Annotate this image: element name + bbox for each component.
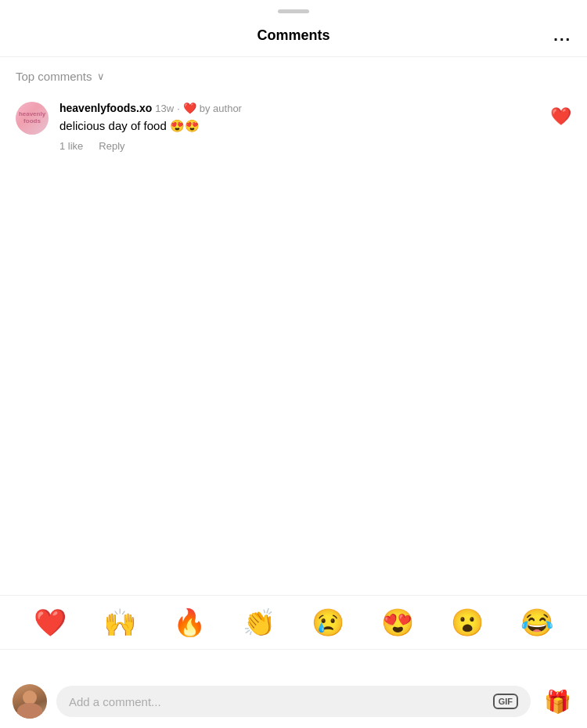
- user-avatar-image: [13, 684, 47, 719]
- gift-button[interactable]: 🎁: [540, 684, 574, 719]
- more-options-button[interactable]: ...: [553, 27, 571, 45]
- comment-separator: ·: [177, 103, 180, 114]
- comment-meta: heavenlyfoods.xo 13w · ❤️ by author: [59, 102, 571, 114]
- header: Comments ...: [0, 20, 587, 57]
- top-comments-label: Top comments: [16, 70, 92, 83]
- comment-item: heavenlyfoods heavenlyfoods.xo 13w · ❤️ …: [16, 96, 571, 158]
- comments-list: heavenlyfoods heavenlyfoods.xo 13w · ❤️ …: [0, 96, 587, 158]
- by-author-label: by author: [200, 103, 242, 114]
- modal-handle: [278, 9, 309, 13]
- comment-time: 13w: [155, 103, 174, 114]
- user-avatar: [13, 684, 47, 719]
- reply-button[interactable]: Reply: [99, 140, 124, 152]
- emoji-reaction-bar: ❤️ 🙌 🔥 👏 😢 😍 😮 😂: [0, 595, 587, 650]
- avatar[interactable]: heavenlyfoods: [16, 102, 49, 135]
- comment-text: delicious day of food 😍😍: [59, 117, 571, 134]
- emoji-heart[interactable]: ❤️: [34, 607, 67, 638]
- comment-input[interactable]: [69, 695, 485, 708]
- author-heart-badge: ❤️: [183, 102, 196, 114]
- heart-icon: ❤️: [550, 106, 571, 126]
- chevron-down-icon: ∨: [97, 70, 105, 82]
- top-comments-sort[interactable]: Top comments ∨: [0, 57, 587, 96]
- emoji-heart-eyes[interactable]: 😍: [381, 607, 414, 638]
- gift-icon: 🎁: [544, 689, 571, 715]
- gif-button[interactable]: GIF: [493, 694, 518, 709]
- emoji-fire[interactable]: 🔥: [173, 607, 206, 638]
- comment-body: heavenlyfoods.xo 13w · ❤️ by author deli…: [59, 102, 571, 152]
- emoji-wow[interactable]: 😮: [451, 607, 484, 638]
- comment-actions: 1 like Reply: [59, 140, 571, 152]
- comment-input-wrapper: GIF: [56, 686, 531, 717]
- comment-like-button[interactable]: ❤️: [550, 106, 571, 127]
- emoji-clap[interactable]: 👏: [243, 607, 275, 638]
- comment-username[interactable]: heavenlyfoods.xo: [59, 102, 152, 114]
- page-title: Comments: [257, 27, 330, 44]
- emoji-cry[interactable]: 😢: [312, 607, 344, 638]
- emoji-raised-hands[interactable]: 🙌: [103, 607, 136, 638]
- comment-input-bar: GIF 🎁: [0, 675, 587, 728]
- emoji-laugh-cry[interactable]: 😂: [520, 607, 553, 638]
- like-count[interactable]: 1 like: [59, 140, 83, 152]
- avatar-image: heavenlyfoods: [16, 102, 49, 135]
